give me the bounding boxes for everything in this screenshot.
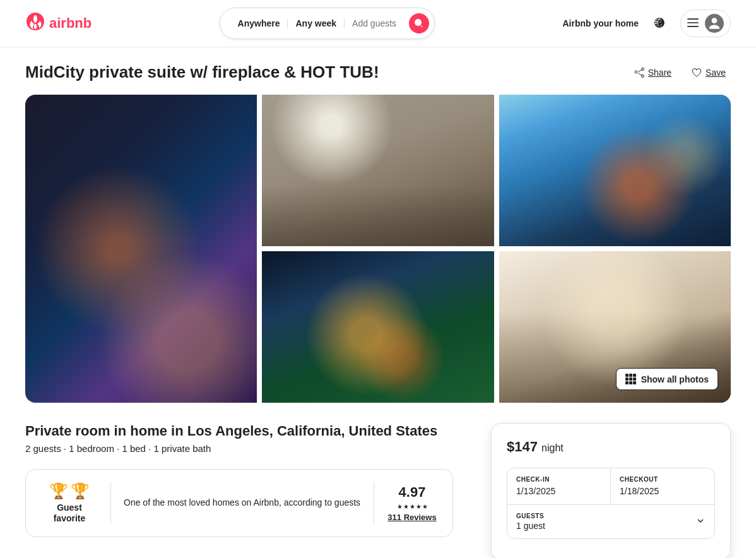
title-actions: Share Save: [629, 64, 731, 81]
search-anywhere[interactable]: Anywhere: [230, 18, 288, 28]
checkout-date: 1/18/2025: [620, 486, 659, 496]
photo-patio[interactable]: [499, 95, 731, 246]
airbnb-home-link[interactable]: Airbnb your home: [562, 18, 639, 28]
reviews-count[interactable]: 311 Reviews: [387, 513, 436, 522]
airbnb-logo-icon: [25, 12, 45, 35]
rating-score: 4.97: [399, 484, 426, 501]
listing-subtitle: Private room in home in Los Angeles, Cal…: [25, 423, 453, 439]
svg-rect-1: [687, 22, 699, 23]
listing-meta: 2 guests · 1 bedroom · 1 bed · 1 private…: [25, 443, 453, 454]
star-1: ★: [397, 503, 403, 510]
svg-rect-0: [687, 18, 699, 20]
logo[interactable]: airbnb: [25, 12, 92, 35]
star-2: ★: [403, 503, 409, 510]
header: airbnb Anywhere Any week Add guests Airb…: [0, 0, 756, 47]
language-button[interactable]: [649, 12, 670, 35]
checkin-label: CHECK-IN: [516, 476, 601, 483]
share-icon: [634, 68, 644, 78]
listing-area: Private room in home in Los Angeles, Cal…: [25, 423, 731, 558]
guest-favorite-label: Guestfavorite: [54, 502, 86, 524]
checkout-label: CHECKOUT: [620, 476, 706, 483]
booking-card: $147 night CHECK-IN 1/13/2025 CHECKOUT 1…: [491, 423, 731, 558]
star-5: ★: [422, 503, 428, 510]
date-row: CHECK-IN 1/13/2025 CHECKOUT 1/18/2025: [507, 468, 714, 505]
main-content: MidCity private suite w/ fireplace & HOT…: [0, 47, 756, 558]
divider-2: [374, 482, 374, 524]
photo-bedroom[interactable]: [262, 95, 493, 246]
grid-icon: [625, 374, 636, 384]
logo-text: airbnb: [49, 15, 92, 32]
guests-row[interactable]: GUESTS 1 guest: [507, 505, 714, 538]
guest-favorite-label-area: 🏆 🏆 Guestfavorite: [41, 482, 98, 524]
header-right: Airbnb your home: [562, 9, 731, 37]
price: $147: [507, 439, 538, 454]
page-title: MidCity private suite w/ fireplace & HOT…: [25, 62, 379, 82]
checkout-cell[interactable]: CHECKOUT 1/18/2025: [611, 468, 714, 505]
svg-rect-2: [687, 26, 699, 27]
listing-info: Private room in home in Los Angeles, Cal…: [25, 423, 453, 558]
show-all-photos-button[interactable]: Show all photos: [616, 368, 718, 390]
guests-label: GUESTS: [516, 513, 545, 519]
trophy-left-icon: 🏆: [49, 482, 68, 500]
star-3: ★: [410, 503, 415, 510]
search-any-week[interactable]: Any week: [288, 18, 345, 28]
chevron-down-icon: [695, 516, 706, 528]
hamburger-icon: [687, 17, 699, 30]
user-avatar: [705, 14, 724, 33]
star-rating: ★ ★ ★ ★ ★: [397, 503, 428, 510]
checkin-cell[interactable]: CHECK-IN 1/13/2025: [507, 468, 611, 505]
guest-favorite-card: 🏆 🏆 Guestfavorite One of the most loved …: [25, 469, 453, 537]
photo-grid[interactable]: Show all photos: [25, 95, 731, 403]
guest-favorite-description: One of the most loved homes on Airbnb, a…: [124, 496, 361, 509]
price-row: $147 night: [507, 439, 715, 455]
heart-icon: [692, 68, 702, 78]
user-menu-button[interactable]: [680, 9, 731, 37]
guest-favorite-ratings: 4.97 ★ ★ ★ ★ ★ 311 Reviews: [387, 484, 437, 522]
divider-1: [110, 482, 111, 524]
trophy-right-icon: 🏆: [71, 482, 90, 500]
photo-hot-tub-night[interactable]: [262, 251, 493, 403]
photo-main[interactable]: [25, 95, 257, 403]
search-button[interactable]: [409, 13, 429, 33]
checkin-date: 1/13/2025: [516, 486, 555, 496]
night-label: night: [541, 442, 564, 453]
guests-value: 1 guest: [516, 521, 545, 531]
title-row: MidCity private suite w/ fireplace & HOT…: [25, 62, 731, 82]
trophy-icons: 🏆 🏆: [49, 482, 90, 500]
share-button[interactable]: Share: [629, 64, 676, 81]
guests-info: GUESTS 1 guest: [516, 513, 545, 531]
search-bar[interactable]: Anywhere Any week Add guests: [220, 8, 435, 39]
star-4: ★: [416, 503, 422, 510]
date-grid[interactable]: CHECK-IN 1/13/2025 CHECKOUT 1/18/2025 GU…: [507, 468, 715, 539]
save-button[interactable]: Save: [687, 64, 731, 81]
search-add-guests[interactable]: Add guests: [345, 18, 404, 28]
